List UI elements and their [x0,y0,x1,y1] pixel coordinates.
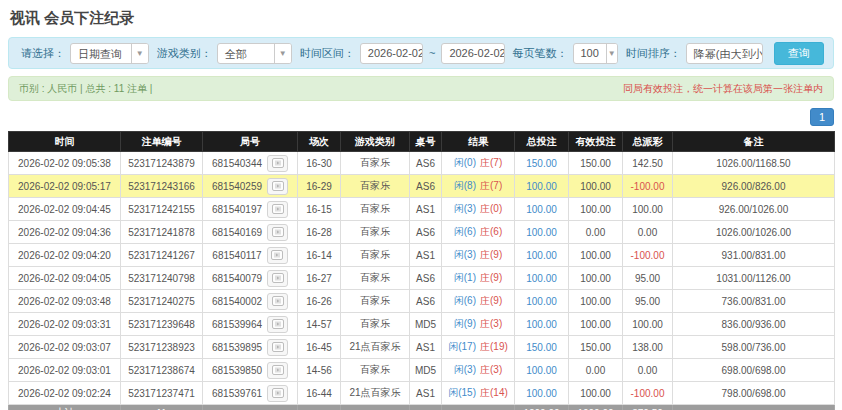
total-payout: -100.00 [623,175,673,198]
total-payout: 95.00 [623,290,673,313]
total-bet-link[interactable]: 100.00 [515,221,569,244]
game-type: 百家乐 [341,152,410,175]
page-1-button[interactable]: 1 [810,108,834,126]
session-round: 16-28 [298,221,341,244]
round-replay-button[interactable] [267,339,288,356]
valid-bet: 100.00 [569,198,623,221]
valid-bet: 100.00 [569,244,623,267]
total-bet-link[interactable]: 100.00 [515,175,569,198]
result-cell: 闲(6)庄(9) [442,290,515,313]
column-header: 有效投注 [569,132,623,152]
total-bet-link[interactable]: 100.00 [515,290,569,313]
player-result: 闲(17) [448,341,476,352]
bet-time: 2026-02-02 09:05:17 [9,175,121,198]
table-id: AS6 [410,221,442,244]
session-round: 16-15 [298,198,341,221]
round-replay-button[interactable] [267,385,288,402]
table-row: 2026-02-02 09:02:24 523171237471 6815397… [9,382,835,405]
round-number-cell: 681539850 [203,359,298,382]
select-type-label: 请选择： [21,46,65,61]
game-type: 21点百家乐 [341,336,410,359]
column-header: 总投注 [515,132,569,152]
table-row: 2026-02-02 09:04:45 523171242155 6815401… [9,198,835,221]
game-type: 百家乐 [341,198,410,221]
table-row: 2026-02-02 09:04:05 523171240798 6815400… [9,267,835,290]
time-sort-select[interactable]: 降幂(由大到小) ▼ [686,43,763,64]
video-replay-icon [272,158,284,168]
session-round: 14-57 [298,313,341,336]
query-type-value: 日期查询 [71,44,129,63]
result-cell: 闲(8)庄(7) [442,175,515,198]
bet-time: 2026-02-02 09:05:38 [9,152,121,175]
per-page-select[interactable]: 100 ▼ [573,43,618,64]
round-replay-button[interactable] [267,270,288,287]
header-row: 时间注单编号局号场次游戏类别桌号结果总投注有效投注总派彩备注 [9,132,835,152]
valid-bet: 100.00 [569,382,623,405]
round-number-cell: 681540169 [203,221,298,244]
query-type-select[interactable]: 日期查询 ▼ [70,43,149,64]
valid-bet: 100.00 [569,290,623,313]
round-number: 681539761 [212,388,262,399]
round-number: 681540197 [212,204,262,215]
video-replay-icon [272,365,284,375]
bet-time: 2026-02-02 09:04:05 [9,267,121,290]
round-number-cell: 681540079 [203,267,298,290]
balance-note: 926.00/1026.00 [673,198,835,221]
total-bet-link[interactable]: 100.00 [515,382,569,405]
table-id: AS1 [410,382,442,405]
table-id: AS6 [410,152,442,175]
video-replay-icon [272,388,284,398]
round-number-cell: 681540259 [203,175,298,198]
order-number: 523171243166 [121,175,203,198]
round-replay-button[interactable] [267,316,288,333]
date-end-select[interactable]: 2026-02-02 ▼ [441,43,504,64]
round-replay-button[interactable] [267,201,288,218]
balance-note: 698.00/698.00 [673,359,835,382]
bet-time: 2026-02-02 09:03:01 [9,359,121,382]
table-id: AS1 [410,244,442,267]
total-bet-link[interactable]: 100.00 [515,244,569,267]
valid-bet: 100.00 [569,267,623,290]
total-bet-link[interactable]: 100.00 [515,359,569,382]
filter-bar: 请选择： 日期查询 ▼ 游戏类别： 全部 ▼ 时间区间： 2026-02-02 … [8,37,834,69]
player-result: 闲(6) [454,295,476,306]
balance-note: 798.00/698.00 [673,382,835,405]
round-replay-button[interactable] [267,293,288,310]
table-id: AS1 [410,198,442,221]
game-type-select[interactable]: 全部 ▼ [217,43,292,64]
date-start-select[interactable]: 2026-02-02 ▼ [360,43,423,64]
valid-bet: 150.00 [569,152,623,175]
table-id: AS1 [410,336,442,359]
summary-bar: 币别 : 人民币 | 总共 : 11 注单 | 同局有效投注，统一计算在该局第一… [8,76,834,101]
round-replay-button[interactable] [267,155,288,172]
result-cell: 闲(1)庄(9) [442,267,515,290]
order-number: 523171239648 [121,313,203,336]
time-range-label: 时间区间： [300,46,355,61]
balance-note: 931.00/831.00 [673,244,835,267]
player-result: 闲(0) [454,157,476,168]
round-replay-button[interactable] [267,247,288,264]
banker-result: 庄(9) [480,272,502,283]
bet-time: 2026-02-02 09:04:45 [9,198,121,221]
game-type: 百家乐 [341,267,410,290]
result-cell: 闲(17)庄(19) [442,336,515,359]
total-bet-link[interactable]: 100.00 [515,313,569,336]
balance-note: 926.00/826.00 [673,175,835,198]
total-bet-link[interactable]: 150.00 [515,336,569,359]
column-header: 桌号 [410,132,442,152]
column-header: 游戏类别 [341,132,410,152]
subtotal-label: 小计 [9,405,121,410]
column-header: 备注 [673,132,835,152]
table-id: AS6 [410,267,442,290]
search-button[interactable]: 查询 [774,42,824,65]
total-bet-link[interactable]: 150.00 [515,152,569,175]
total-bet-link[interactable]: 100.00 [515,267,569,290]
round-replay-button[interactable] [267,178,288,195]
video-replay-icon [272,204,284,214]
round-number: 681540117 [212,250,261,261]
round-replay-button[interactable] [267,224,288,241]
order-number: 523171240275 [121,290,203,313]
round-replay-button[interactable] [267,362,288,379]
result-cell: 闲(0)庄(7) [442,152,515,175]
total-bet-link[interactable]: 100.00 [515,198,569,221]
